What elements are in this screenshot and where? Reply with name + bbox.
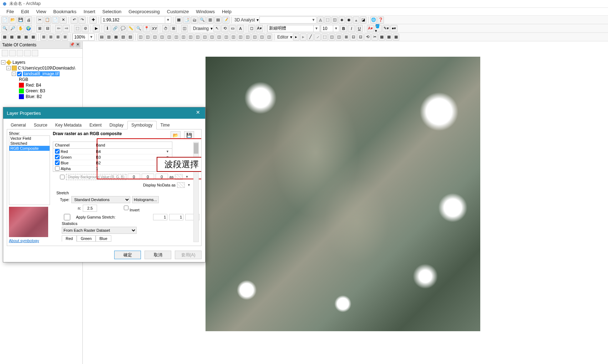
menu-file[interactable]: File — [3, 8, 17, 15]
open-button[interactable]: 📂 — [9, 16, 16, 24]
menu-edit[interactable]: Edit — [17, 8, 32, 15]
analyst-layer-combo[interactable]: ▼ — [259, 16, 316, 24]
pan-button[interactable]: ✋ — [17, 25, 24, 32]
georef-9[interactable]: ◫ — [194, 34, 201, 41]
tool-1[interactable]: ◬ — [317, 16, 324, 24]
edit-tool-5[interactable]: ⬚ — [321, 34, 328, 41]
import-symbology-icon[interactable]: 📂 — [171, 131, 181, 139]
fill-color-button[interactable]: 🪣▾ — [375, 25, 382, 32]
georef-5[interactable]: ◫ — [166, 34, 172, 41]
paste-button[interactable]: 📄 — [52, 16, 59, 24]
expand-icon[interactable]: − — [1, 60, 5, 65]
select-features-button[interactable]: ⬚ — [74, 25, 81, 32]
tool-2[interactable]: ⬚ — [324, 16, 331, 24]
toc-list-by-draw-button[interactable] — [2, 50, 8, 56]
bold-button[interactable]: B — [340, 25, 347, 32]
edit-tool-3[interactable]: ╱ — [307, 34, 314, 41]
tab-source[interactable]: Source — [30, 121, 51, 129]
red-band-dropdown-icon[interactable]: ▼ — [165, 150, 170, 153]
identify-button[interactable]: ℹ — [104, 25, 111, 32]
show-vector-field[interactable]: Vector Field — [9, 136, 50, 141]
editor-dropdown-icon[interactable]: ▾ — [290, 35, 292, 40]
clear-selection-button[interactable]: ⊘ — [82, 25, 89, 32]
bg-checkbox[interactable] — [60, 175, 65, 179]
scale-combo[interactable]: ▼ — [101, 16, 171, 24]
underline-button[interactable]: U — [356, 25, 363, 32]
layout-tool-2[interactable]: ▦ — [9, 34, 15, 41]
swipe-button[interactable]: ◫ — [181, 25, 188, 32]
layout-tool-d[interactable]: ▧ — [120, 34, 126, 41]
edit-tool-4[interactable]: ⟋ — [314, 34, 321, 41]
layout-tool-4[interactable]: ▦ — [23, 34, 29, 41]
gamma-checkbox[interactable] — [60, 214, 74, 220]
tab-time[interactable]: Time — [157, 121, 174, 129]
analyst-dropdown-icon[interactable]: ▾ — [257, 17, 259, 22]
font-button[interactable]: A▾ — [256, 25, 263, 32]
pointer-button[interactable]: ↖ — [213, 25, 221, 32]
georef-2[interactable]: ◫ — [145, 34, 151, 41]
edit-tool-11[interactable]: ⟲ — [364, 34, 371, 41]
nodata-color-dropdown-icon[interactable]: ▼ — [186, 183, 192, 187]
new-button[interactable]: 📄 — [1, 16, 9, 24]
scale-dropdown-arrow-icon[interactable]: ▼ — [165, 18, 171, 22]
select-elements-button[interactable]: ▶ — [93, 25, 100, 32]
menu-customize[interactable]: Customize — [163, 8, 192, 15]
n-input[interactable] — [83, 205, 97, 212]
zoom-pct-input[interactable] — [72, 34, 88, 41]
show-stretched[interactable]: Stretched — [9, 141, 50, 146]
georef-3[interactable]: ◫ — [152, 34, 158, 41]
toc-list-by-source-button[interactable] — [9, 50, 16, 56]
menu-windows[interactable]: Windows — [192, 8, 218, 15]
layout-tool-9[interactable]: ⊞ — [62, 34, 68, 41]
tool-5[interactable]: ◉ — [346, 16, 352, 24]
red-checkbox[interactable] — [55, 149, 60, 154]
stats-tab-green[interactable]: Green — [77, 235, 96, 242]
layout-tool-3[interactable]: ▦ — [16, 34, 22, 41]
tab-symbology[interactable]: Symbology — [127, 121, 156, 129]
menu-geoprocessing[interactable]: Geoprocessing — [125, 8, 163, 15]
marker-color-button[interactable]: ●▾ — [390, 25, 397, 32]
save-button[interactable]: 💾 — [17, 16, 24, 24]
toc-options-button[interactable] — [32, 50, 38, 56]
font-color-button[interactable]: A▾ — [367, 25, 374, 32]
stats-tab-red[interactable]: Red — [62, 235, 77, 242]
layout-tool-6[interactable]: ⊞ — [40, 34, 47, 41]
georef-13[interactable]: ◫ — [223, 34, 229, 41]
save-symbology-icon[interactable]: 💾 — [184, 131, 194, 139]
menu-help[interactable]: Help — [218, 8, 235, 15]
prev-extent-button[interactable]: ⇦ — [55, 25, 62, 32]
zoom-out-button[interactable]: 🔎 — [9, 25, 16, 32]
add-data-button[interactable]: ✚ — [90, 16, 97, 24]
invert-checkbox[interactable] — [124, 204, 128, 211]
size-input[interactable] — [321, 25, 333, 32]
hyperlink-button[interactable]: 🔗 — [112, 25, 119, 32]
toc-close-icon[interactable]: ✕ — [75, 42, 80, 47]
georef-7[interactable]: ◫ — [180, 34, 187, 41]
globe-icon[interactable]: 🌐 — [370, 16, 377, 24]
scrollbar-thumb[interactable] — [194, 143, 198, 154]
time-slider-button[interactable]: ⏱ — [162, 25, 169, 32]
layout-tool-c[interactable]: ▦ — [113, 34, 119, 41]
cancel-button[interactable]: 取消 — [145, 251, 171, 259]
goto-xy-button[interactable]: XY — [151, 25, 158, 32]
next-extent-button[interactable]: ⇨ — [63, 25, 70, 32]
stats-select[interactable]: From Each Raster Dataset — [62, 227, 137, 234]
green-checkbox[interactable] — [55, 155, 60, 159]
html-popup-button[interactable]: 💬 — [120, 25, 127, 32]
tree-folder[interactable]: − C:\Users\cyc0109\Downloads\ — [1, 65, 81, 71]
bg-color-dropdown-icon[interactable]: ▼ — [184, 175, 189, 179]
drawing-dropdown-icon[interactable]: ▾ — [211, 26, 213, 31]
edit-tool-1[interactable]: ▸ — [293, 34, 299, 41]
copy-button[interactable]: 📋 — [44, 16, 51, 24]
toc-button[interactable]: 📑 — [183, 16, 190, 24]
gamma-r-input[interactable] — [153, 214, 167, 220]
fixed-zoom-in-button[interactable]: ⊞ — [36, 25, 43, 32]
expand-icon[interactable]: − — [12, 72, 16, 76]
histograms-button[interactable]: Histograms... — [132, 196, 159, 203]
undo-button[interactable]: ↶ — [71, 16, 78, 24]
tool-6[interactable]: ⟁ — [353, 16, 359, 24]
layout-tool-8[interactable]: ⊞ — [55, 34, 61, 41]
ok-button[interactable]: 確定 — [114, 251, 141, 259]
catalog-button[interactable]: 🗂 — [191, 16, 198, 24]
cut-button[interactable]: ✂ — [36, 16, 43, 24]
